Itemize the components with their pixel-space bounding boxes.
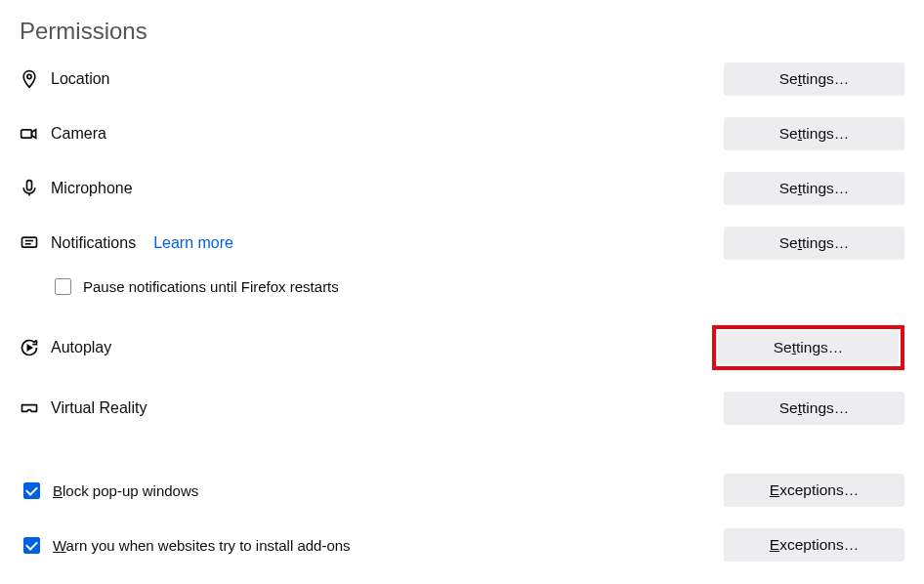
autoplay-settings-button[interactable]: Settings… bbox=[718, 331, 899, 364]
permission-row-location: Location Settings… bbox=[20, 63, 904, 96]
pause-notifications-label: Pause notifications until Firefox restar… bbox=[83, 278, 339, 295]
svg-marker-6 bbox=[27, 346, 31, 351]
section-title: Permissions bbox=[20, 18, 904, 45]
microphone-icon bbox=[20, 179, 39, 198]
location-icon bbox=[20, 69, 39, 89]
camera-icon bbox=[20, 124, 39, 144]
block-popups-checkbox[interactable] bbox=[23, 482, 40, 499]
permission-row-microphone: Microphone Settings… bbox=[20, 172, 904, 205]
warn-addons-checkbox[interactable] bbox=[23, 537, 40, 554]
svg-rect-1 bbox=[21, 130, 32, 138]
camera-settings-button[interactable]: Settings… bbox=[724, 117, 904, 150]
svg-rect-3 bbox=[22, 237, 37, 247]
microphone-settings-button[interactable]: Settings… bbox=[724, 172, 904, 205]
permission-row-autoplay: Autoplay Settings… bbox=[20, 325, 904, 370]
notifications-learn-more-link[interactable]: Learn more bbox=[153, 234, 233, 252]
autoplay-icon bbox=[20, 338, 39, 357]
camera-label: Camera bbox=[51, 125, 106, 143]
block-popups-exceptions-button[interactable]: Exceptions… bbox=[724, 474, 904, 507]
location-label: Location bbox=[51, 70, 110, 88]
block-popups-label: Block pop-up windows bbox=[53, 482, 198, 499]
notifications-icon bbox=[20, 233, 39, 253]
notifications-label: Notifications bbox=[51, 234, 136, 252]
autoplay-button-highlight: Settings… bbox=[712, 325, 904, 370]
warn-addons-exceptions-button[interactable]: Exceptions… bbox=[724, 528, 904, 562]
svg-rect-2 bbox=[27, 181, 32, 190]
warn-addons-row: Warn you when websites try to install ad… bbox=[20, 528, 904, 562]
permission-row-camera: Camera Settings… bbox=[20, 117, 904, 150]
autoplay-label: Autoplay bbox=[51, 339, 111, 356]
location-settings-button[interactable]: Settings… bbox=[724, 63, 904, 96]
permission-row-vr: Virtual Reality Settings… bbox=[20, 392, 904, 425]
pause-notifications-row: Pause notifications until Firefox restar… bbox=[51, 275, 904, 298]
pause-notifications-checkbox[interactable] bbox=[55, 278, 71, 295]
permission-row-notifications: Notifications Learn more Settings… bbox=[20, 227, 904, 260]
warn-addons-label: Warn you when websites try to install ad… bbox=[53, 537, 351, 554]
notifications-settings-button[interactable]: Settings… bbox=[724, 227, 904, 260]
vr-label: Virtual Reality bbox=[51, 399, 147, 417]
microphone-label: Microphone bbox=[51, 180, 133, 197]
vr-settings-button[interactable]: Settings… bbox=[724, 392, 904, 425]
block-popups-row: Block pop-up windows Exceptions… bbox=[20, 474, 904, 507]
svg-point-0 bbox=[27, 74, 31, 78]
vr-icon bbox=[20, 398, 39, 418]
